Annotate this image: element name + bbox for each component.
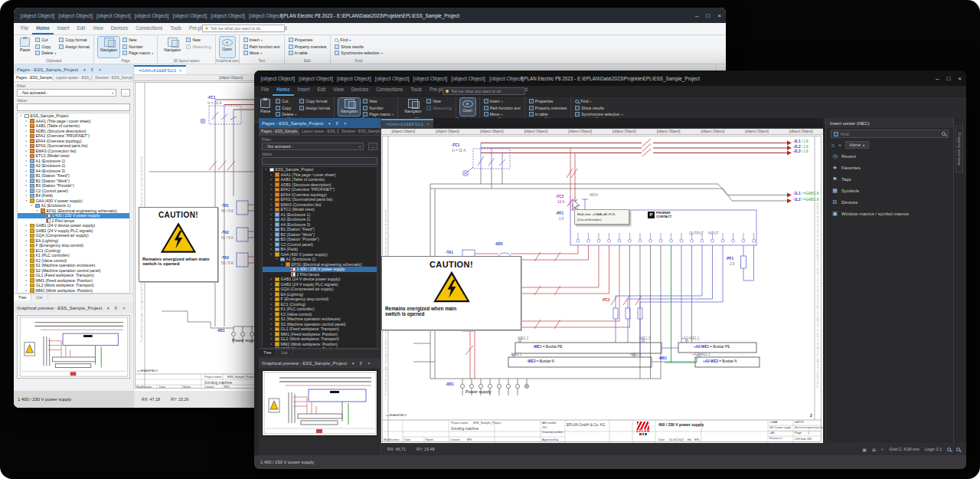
quick-access-icon[interactable]: [object Object] [375, 76, 410, 81]
expander-icon[interactable]: ▸ [24, 229, 28, 232]
insert-center-item[interactable]: ★ Favorites [826, 162, 953, 173]
ribbon-tab[interactable]: Insert [54, 24, 74, 34]
expander-icon[interactable]: ▸ [270, 203, 273, 206]
dock-tab[interactable]: Pages - ESS_Sample_P... [14, 74, 54, 81]
add-icon[interactable]: + [838, 143, 841, 147]
expander-icon[interactable]: ▸ [24, 154, 28, 157]
pin-icon[interactable]: ⊽ [360, 361, 363, 366]
expander-icon[interactable]: ▸ [24, 264, 28, 267]
ribbon-tab[interactable]: View [329, 85, 348, 96]
3d-navigator-button[interactable]: Navigator [162, 37, 183, 57]
dock-tab[interactable]: Pages - ESS_Sample_P... [259, 128, 299, 135]
show-results-button[interactable]: Show results [575, 106, 622, 110]
expander-icon[interactable]: ▸ [270, 317, 273, 320]
quick-access-icon[interactable]: [object Object] [211, 13, 245, 18]
expander-icon[interactable]: ▸ [270, 248, 273, 251]
page-number-button[interactable]: Number [363, 106, 394, 110]
page-navigator-button[interactable]: Navigator [98, 37, 119, 57]
ribbon-tab[interactable]: Edit [73, 24, 89, 34]
page-new-button[interactable]: New [122, 38, 153, 42]
paste-button[interactable]: Paste [258, 98, 273, 116]
dock-tab[interactable]: Layout space - ESS_Sa... [54, 74, 93, 81]
close-button[interactable]: × [958, 75, 962, 82]
minimize-button[interactable]: – [695, 12, 698, 19]
expander-icon[interactable]: ▸ [270, 323, 273, 326]
zoom-out-icon[interactable] [956, 448, 960, 451]
property-overview-button[interactable]: Property overview [529, 106, 567, 110]
expander-icon[interactable]: ▸ [24, 149, 28, 153]
close-icon[interactable]: × [426, 122, 429, 126]
synchronize-selection-button[interactable]: Synchronize selection▾ [335, 51, 382, 55]
expander-icon[interactable]: ▸ [270, 173, 273, 176]
cut-button[interactable]: Cut [35, 38, 56, 42]
insert-center-item[interactable]: ⊟ Devices [826, 196, 953, 208]
insert-center-item[interactable]: ▣ Window macros / symbol macros [826, 208, 953, 219]
open-preview-button[interactable]: Open [220, 37, 235, 57]
in-table-button[interactable]: In table [289, 51, 327, 55]
3d-new-button[interactable]: New [186, 38, 211, 42]
cut-button[interactable]: Cut [276, 99, 296, 103]
expander-icon[interactable]: ▸ [270, 198, 273, 201]
plus-icon[interactable]: + [881, 447, 884, 451]
ribbon-tab[interactable]: Devices [348, 85, 372, 96]
find-button[interactable]: Find▾ [575, 99, 622, 103]
pages-panel-header[interactable]: Pages - ESS_Sample_Project▾⊽× [14, 64, 133, 74]
paste-button[interactable]: Paste [18, 37, 32, 57]
expander-icon[interactable]: ▾ [24, 199, 28, 202]
expander-icon[interactable]: ▸ [270, 327, 273, 330]
expander-icon[interactable]: ▸ [24, 254, 28, 257]
close-icon[interactable]: × [344, 121, 346, 126]
quick-access-icon[interactable]: [object Object] [21, 13, 55, 18]
filter-dropdown[interactable]: - Not activated -▾ [262, 143, 364, 150]
page-macro-button[interactable]: Page macro▾ [122, 51, 153, 55]
quick-access-icon[interactable]: [object Object] [337, 76, 371, 81]
page-number-button[interactable]: Number [122, 44, 153, 49]
expander-icon[interactable]: ▸ [24, 284, 28, 287]
expander-icon[interactable]: ▸ [24, 130, 28, 133]
expander-icon[interactable]: ▸ [24, 169, 28, 172]
panel-menu-icon[interactable]: ▾ [107, 306, 109, 310]
insert-center-item[interactable]: ⚑ Tags [826, 173, 953, 185]
ribbon-tab[interactable]: Insert [294, 85, 314, 96]
ribbon-tab[interactable]: Edit [313, 85, 329, 96]
expander-icon[interactable]: ▸ [24, 184, 28, 187]
minimize-button[interactable]: – [936, 75, 939, 82]
3d-navigator-button[interactable]: Navigator [402, 98, 423, 116]
assign-format-button[interactable]: Assign format [59, 44, 90, 49]
expander-icon[interactable]: ▸ [270, 297, 273, 300]
expander-icon[interactable]: ▸ [270, 333, 273, 336]
quick-access-icon[interactable]: [object Object] [451, 76, 485, 81]
copy-format-button[interactable]: Copy format [59, 38, 90, 42]
expander-icon[interactable]: ▾ [275, 258, 279, 261]
insert-center-find-input[interactable]: Find [831, 130, 949, 138]
expander-icon[interactable]: ▸ [270, 223, 273, 226]
ribbon-tab[interactable]: File [17, 24, 32, 34]
panel-menu-icon[interactable]: ▾ [328, 121, 331, 126]
pin-icon[interactable]: ⊽ [91, 67, 94, 72]
preview-panel-header[interactable]: Graphical preview - ESS_Sample_Project▾⊽… [259, 358, 381, 368]
dock-tab[interactable]: Devices - ESS_Sample_... [339, 128, 381, 135]
move-button[interactable]: Move▾ [243, 51, 280, 55]
expander-icon[interactable]: ▸ [270, 293, 273, 296]
insert-text-button[interactable]: Insert▾ [243, 38, 280, 42]
properties-button[interactable]: Properties [289, 38, 327, 42]
expander-icon[interactable]: ▸ [270, 218, 273, 221]
expander-icon[interactable]: ▸ [270, 178, 273, 181]
close-icon[interactable]: × [99, 67, 101, 72]
expander-icon[interactable]: ▸ [270, 213, 273, 216]
page-macro-button[interactable]: Page macro▾ [363, 112, 394, 116]
expander-icon[interactable]: ▸ [270, 243, 273, 246]
expander-icon[interactable]: ▸ [270, 238, 273, 241]
ribbon-tab[interactable]: View [89, 24, 107, 34]
zoom-in-icon[interactable] [947, 448, 951, 451]
expander-icon[interactable]: ▸ [270, 307, 273, 310]
expander-icon[interactable]: ▸ [270, 343, 273, 346]
expander-icon[interactable]: ▸ [270, 287, 273, 290]
page-new-button[interactable]: New [363, 99, 394, 103]
expander-icon[interactable]: ▸ [24, 269, 28, 272]
ribbon-tab[interactable]: File [257, 85, 273, 96]
property-overview-button[interactable]: Property overview [289, 44, 327, 49]
expander-icon[interactable]: ▾ [270, 253, 273, 256]
copy-button[interactable]: Copy [276, 106, 296, 110]
value-input[interactable] [262, 157, 377, 165]
